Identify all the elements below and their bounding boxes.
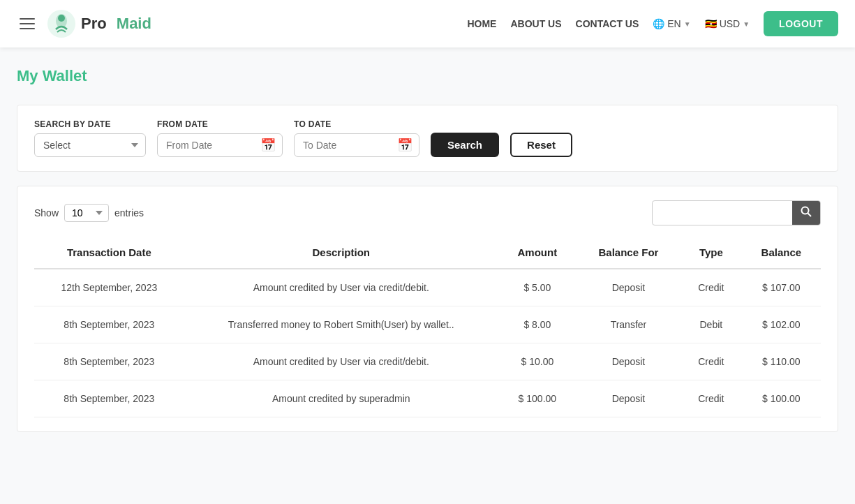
entries-label: entries <box>114 207 144 218</box>
navbar-right: HOME ABOUT US CONTACT US 🌐 EN ▼ 🇺🇬 USD ▼… <box>467 11 838 36</box>
show-label: Show <box>34 207 59 218</box>
navbar: Pro Maid HOME ABOUT US CONTACT US 🌐 EN ▼… <box>0 0 855 47</box>
to-date-wrapper: 📅 <box>294 133 419 157</box>
to-date-group: TO DATE 📅 <box>294 119 419 157</box>
cell-amount: $ 10.00 <box>498 343 577 380</box>
logo-text: Pro Maid <box>81 15 151 33</box>
language-label: EN <box>667 18 681 29</box>
search-button[interactable]: Search <box>431 133 499 157</box>
hamburger-line-1 <box>20 18 35 20</box>
from-date-label: FROM DATE <box>157 119 283 129</box>
cell-type: Credit <box>681 269 742 306</box>
cell-balance: $ 110.00 <box>742 343 821 380</box>
svg-point-3 <box>802 207 809 214</box>
col-type: Type <box>681 237 742 269</box>
entries-control: Show 10 25 50 100 entries <box>34 204 144 222</box>
cell-type: Credit <box>681 343 742 380</box>
data-table: Transaction Date Description Amount Bala… <box>34 237 821 417</box>
cell-description: Transferred money to Robert Smith(User) … <box>184 306 498 343</box>
cell-description: Amount credited by superadmin <box>184 380 498 417</box>
table-controls: Show 10 25 50 100 entries <box>34 200 821 225</box>
cell-balance: $ 100.00 <box>742 380 821 417</box>
col-description: Description <box>184 237 498 269</box>
logo-icon <box>46 8 77 39</box>
to-date-label: TO DATE <box>294 119 419 129</box>
to-date-input[interactable] <box>294 133 419 157</box>
from-date-input[interactable] <box>157 133 283 157</box>
logo: Pro Maid <box>46 8 151 39</box>
currency-selector[interactable]: 🇺🇬 USD ▼ <box>705 18 750 29</box>
table-header-row: Transaction Date Description Amount Bala… <box>34 237 821 269</box>
cell-date: 12th September, 2023 <box>34 269 184 306</box>
table-section: Show 10 25 50 100 entries <box>17 186 838 432</box>
cell-amount: $ 100.00 <box>498 380 577 417</box>
nav-home[interactable]: HOME <box>467 18 496 29</box>
logo-maid: Maid <box>117 15 151 33</box>
table-row: 8th September, 2023 Amount credited by U… <box>34 343 821 380</box>
search-by-date-select[interactable]: Select <box>34 133 146 157</box>
table-row: 8th September, 2023 Transferred money to… <box>34 306 821 343</box>
currency-flag-icon: 🇺🇬 <box>705 18 717 29</box>
nav-contact[interactable]: CONTACT US <box>576 18 639 29</box>
cell-balance-for: Deposit <box>577 269 681 306</box>
cell-date: 8th September, 2023 <box>34 343 184 380</box>
cell-type: Credit <box>681 380 742 417</box>
filter-row: SEARCH BY DATE Select FROM DATE 📅 TO DAT… <box>34 119 821 157</box>
from-date-group: FROM DATE 📅 <box>157 119 283 157</box>
logo-pro: Pro <box>81 15 107 33</box>
search-icon <box>801 206 812 217</box>
table-body: 12th September, 2023 Amount credited by … <box>34 269 821 417</box>
col-amount: Amount <box>498 237 577 269</box>
globe-icon: 🌐 <box>653 18 664 29</box>
search-by-date-group: SEARCH BY DATE Select <box>34 119 146 157</box>
table-search-wrapper <box>652 200 821 225</box>
filter-section: SEARCH BY DATE Select FROM DATE 📅 TO DAT… <box>17 105 838 172</box>
cell-description: Amount credited by User via credit/debit… <box>184 343 498 380</box>
language-chevron-icon: ▼ <box>684 20 691 28</box>
nav-about[interactable]: ABOUT US <box>510 18 561 29</box>
cell-date: 8th September, 2023 <box>34 306 184 343</box>
cell-balance-for: Deposit <box>577 380 681 417</box>
svg-line-4 <box>808 214 812 217</box>
currency-label: USD <box>720 18 741 29</box>
logout-button[interactable]: LOGOUT <box>764 11 838 36</box>
table-search-input[interactable] <box>653 202 792 223</box>
from-date-wrapper: 📅 <box>157 133 283 157</box>
search-by-date-label: SEARCH BY DATE <box>34 119 146 129</box>
currency-chevron-icon: ▼ <box>743 20 750 28</box>
page-title: My Wallet <box>17 67 838 85</box>
col-balance-for: Balance For <box>577 237 681 269</box>
cell-description: Amount credited by User via credit/debit… <box>184 269 498 306</box>
table-row: 12th September, 2023 Amount credited by … <box>34 269 821 306</box>
table-search-button[interactable] <box>792 201 820 225</box>
cell-balance: $ 107.00 <box>742 269 821 306</box>
col-transaction-date: Transaction Date <box>34 237 184 269</box>
entries-select[interactable]: 10 25 50 100 <box>64 204 109 222</box>
cell-amount: $ 8.00 <box>498 306 577 343</box>
reset-button[interactable]: Reset <box>510 133 572 157</box>
hamburger-button[interactable] <box>17 15 38 32</box>
cell-balance-for: Transfer <box>577 306 681 343</box>
cell-amount: $ 5.00 <box>498 269 577 306</box>
page-content: My Wallet SEARCH BY DATE Select FROM DAT… <box>0 47 855 452</box>
hamburger-line-2 <box>20 23 35 24</box>
hamburger-line-3 <box>20 28 35 29</box>
language-selector[interactable]: 🌐 EN ▼ <box>653 18 690 29</box>
table-row: 8th September, 2023 Amount credited by s… <box>34 380 821 417</box>
navbar-left: Pro Maid <box>17 8 467 39</box>
cell-balance-for: Deposit <box>577 343 681 380</box>
table-header: Transaction Date Description Amount Bala… <box>34 237 821 269</box>
cell-balance: $ 102.00 <box>742 306 821 343</box>
cell-type: Debit <box>681 306 742 343</box>
svg-point-2 <box>58 15 65 22</box>
col-balance: Balance <box>742 237 821 269</box>
cell-date: 8th September, 2023 <box>34 380 184 417</box>
